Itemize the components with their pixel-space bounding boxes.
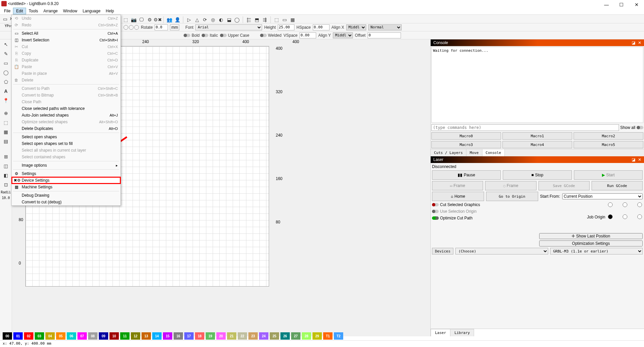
palette-26[interactable]: 26 — [280, 332, 290, 340]
arr2-icon[interactable]: ▦ — [289, 16, 296, 23]
palette-14[interactable]: 14 — [152, 332, 162, 340]
camera-icon[interactable]: 📷 — [130, 16, 137, 23]
menu-item-invert-selection[interactable]: ◫Invert SelectionCtrl+Shift+I — [12, 37, 121, 43]
menu-item-image-options[interactable]: Image options▸ — [12, 162, 121, 169]
new-icon[interactable]: ▭ — [1, 15, 9, 23]
run-gcode-button[interactable]: Run GCode — [592, 181, 643, 190]
mirror-icon[interactable]: ◐ — [217, 16, 225, 23]
undock-icon[interactable]: ◪ — [632, 40, 635, 45]
close-panel-icon[interactable]: ✕ — [638, 157, 641, 162]
undock-icon[interactable]: ◪ — [632, 157, 635, 162]
show-all-toggle[interactable] — [637, 126, 643, 129]
macro-button-2[interactable]: Macro2 — [574, 132, 643, 140]
arr1-icon[interactable]: ▭ — [281, 16, 288, 23]
flip-v-icon[interactable]: △ — [193, 16, 201, 23]
palette-08[interactable]: 08 — [88, 332, 97, 340]
menu-item-machine-settings[interactable]: ▦Machine Settings — [12, 184, 121, 190]
font-select[interactable]: Arial — [195, 24, 262, 30]
palette-09[interactable]: 09 — [99, 332, 108, 340]
menu-arrange[interactable]: Arrange — [41, 8, 60, 14]
menu-item-select-open-shapes-set-to-fill[interactable]: Select open shapes set to fill — [12, 140, 121, 147]
menu-item-select-all[interactable]: ▭Select AllCtrl+A — [12, 30, 121, 37]
palette-13[interactable]: 13 — [142, 332, 151, 340]
hspace-input[interactable] — [313, 24, 330, 30]
home-button[interactable]: ⌂ Home — [432, 192, 484, 201]
menu-item-delete-duplicates[interactable]: Delete DuplicatesAlt+D — [12, 125, 121, 132]
italic-toggle[interactable] — [202, 34, 208, 37]
frame-button[interactable]: ▭ Frame — [432, 181, 483, 190]
text-icon[interactable]: A — [2, 87, 10, 96]
macro-button-0[interactable]: Macro0 — [431, 132, 501, 140]
rotate-icon[interactable]: ⟳ — [201, 16, 209, 23]
pointer-icon[interactable]: ↖ — [2, 40, 10, 49]
macro-button-3[interactable]: Macro3 — [431, 141, 501, 148]
close-button[interactable]: ✕ — [629, 0, 644, 9]
alignx-select[interactable]: Middle — [346, 24, 366, 30]
palette-T1[interactable]: T1 — [323, 332, 333, 340]
crop-icon[interactable]: ⊕ — [2, 109, 10, 118]
wrench-icon[interactable]: ⚙✖ — [154, 16, 161, 23]
menu-window[interactable]: Window — [60, 8, 80, 14]
menu-item-close-selected-paths-with-tolerance[interactable]: Close selected paths with tolerance — [12, 105, 121, 112]
palette-11[interactable]: 11 — [120, 332, 130, 340]
offset-input[interactable] — [368, 32, 401, 38]
tab-console[interactable]: Console — [482, 149, 505, 156]
palette-25[interactable]: 25 — [270, 332, 279, 340]
rect-icon[interactable]: ▭ — [2, 59, 10, 67]
console-input[interactable] — [431, 124, 619, 131]
palette-06[interactable]: 06 — [67, 332, 76, 340]
dist-icon[interactable]: ⬚ — [273, 16, 280, 23]
palette-29[interactable]: 29 — [312, 332, 322, 340]
gear-icon[interactable]: ⚙ — [146, 16, 153, 23]
goto-origin-button[interactable]: Go to Origin — [486, 192, 538, 201]
stop-button[interactable]: ■Stop — [503, 170, 572, 180]
weld-icon[interactable]: ◯ — [233, 16, 241, 23]
path-icon[interactable]: ⬚ — [2, 118, 10, 127]
palette-16[interactable]: 16 — [174, 332, 183, 340]
frame-circle-button[interactable]: ◌ Frame — [485, 181, 536, 190]
monitor-icon[interactable]: 🖵 — [138, 16, 145, 23]
rotate2-icon[interactable]: ◎ — [209, 16, 217, 23]
minimize-button[interactable]: — — [599, 0, 614, 9]
palette-18[interactable]: 18 — [195, 332, 204, 340]
palette-07[interactable]: 07 — [77, 332, 87, 340]
palette-28[interactable]: 28 — [302, 332, 311, 340]
group-icon[interactable]: 👥 — [166, 16, 173, 23]
device-select[interactable]: (Choose) — [455, 248, 548, 254]
aligny-select[interactable]: Middle — [333, 32, 353, 38]
welded-toggle[interactable] — [260, 34, 267, 37]
palette-23[interactable]: 23 — [248, 332, 258, 340]
use-sel-origin-toggle[interactable] — [432, 210, 439, 213]
poly-icon[interactable]: ⬠ — [2, 77, 10, 86]
palette-12[interactable]: 12 — [131, 332, 140, 340]
menu-item-select-open-shapes[interactable]: Select open shapes — [12, 134, 121, 140]
cut-selected-toggle[interactable] — [432, 203, 439, 206]
pause-button[interactable]: ▮▮Pause — [432, 170, 501, 180]
align-right-icon[interactable]: ⇶ — [261, 16, 268, 23]
menu-item-convert-to-cut-debug-[interactable]: Convert to cut (debug) — [12, 199, 121, 205]
save-gcode-button[interactable]: Save GCode — [539, 181, 590, 190]
maximize-button[interactable]: ☐ — [614, 0, 629, 9]
devices-button[interactable]: Devices — [432, 248, 453, 254]
ungroup-icon[interactable]: 👤 — [174, 16, 181, 23]
circle-icon[interactable]: ◯ — [2, 68, 10, 77]
palette-22[interactable]: 22 — [238, 332, 247, 340]
pen-icon[interactable]: ✎ — [2, 49, 10, 58]
menu-item-debug-drawing[interactable]: Debug Drawing — [12, 192, 121, 199]
start-button[interactable]: ▶Start — [574, 170, 643, 180]
height-input[interactable] — [278, 24, 294, 30]
opt-settings-button[interactable]: Optimization Settings — [539, 240, 643, 246]
palette-10[interactable]: 10 — [110, 332, 119, 340]
menu-language[interactable]: Language — [80, 8, 103, 14]
edit-icon[interactable]: ▤ — [2, 137, 10, 146]
pin-icon[interactable]: 📍 — [2, 96, 10, 105]
snap-icon[interactable]: ◫ — [2, 162, 10, 170]
close-panel-icon[interactable]: ✕ — [638, 40, 641, 45]
firmware-select[interactable]: GRBL-M3 (1.1e or earlier) — [550, 248, 643, 254]
menu-item-settings[interactable]: ⚙Settings — [12, 170, 121, 177]
array-icon[interactable]: ▦ — [2, 128, 10, 136]
show-last-pos-button[interactable]: ✛ Show Last Position — [539, 233, 643, 239]
rotate-input[interactable] — [155, 24, 168, 30]
grid-icon[interactable]: ⊞ — [2, 152, 10, 161]
vspace-input[interactable] — [299, 32, 316, 38]
